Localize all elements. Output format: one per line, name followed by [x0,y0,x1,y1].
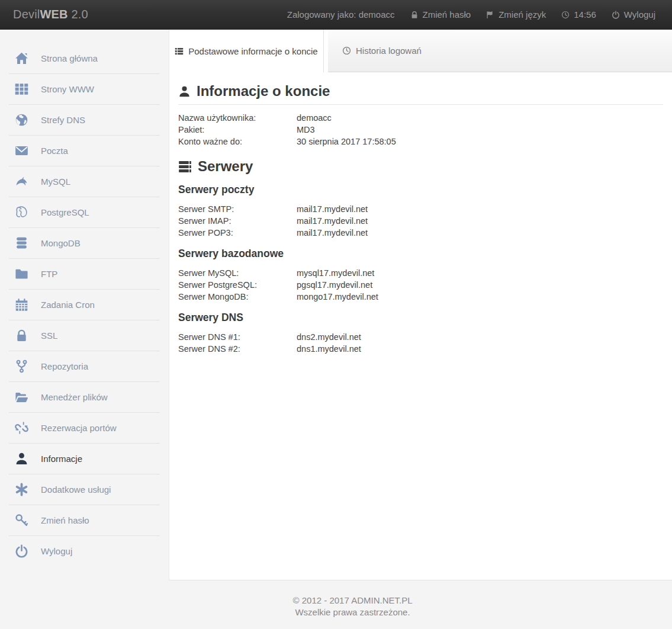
info-value: dns1.mydevil.net [297,344,361,354]
sidebar-item-ssl[interactable]: SSL [9,320,160,351]
sidebar-item-informacje[interactable]: Informacje [9,443,160,474]
tab-bar-filler: Historia logowań [328,30,672,72]
logout-button[interactable]: Wyloguj [612,9,655,20]
info-label: Serwer MongoDB: [178,291,297,303]
servers-section-title: Serwery [178,158,663,175]
info-row: Nazwa użytkownika:demoacc [178,112,663,124]
tab-spacer [324,30,328,72]
sidebar-menu: Strona głównaStrony WWWStrefy DNSPocztaM… [0,43,169,566]
sidebar-item-label: Rezerwacja portów [41,423,117,433]
main-content: Informacje o koncie Nazwa użytkownika:de… [169,83,672,355]
server-group-title: Serwery DNS [178,312,663,324]
server-icon [178,160,192,174]
server-groups: Serwery pocztySerwer SMTP:mail17.mydevil… [178,184,663,355]
info-row: Konto ważne do:30 sierpnia 2017 17:58:05 [178,136,663,147]
sidebar-item-postgresql[interactable]: PostgreSQL [9,197,160,227]
logout-label: Wyloguj [624,9,655,20]
sidebar-item-label: Zadania Cron [41,300,95,310]
sidebar-item-label: Wyloguj [41,546,72,556]
time-value: 14:56 [574,9,596,20]
change-password-label: Zmień hasło [423,9,471,20]
info-label: Serwer IMAP: [178,215,297,227]
info-value: dns2.mydevil.net [297,332,361,342]
change-language-button[interactable]: Zmień język [486,9,546,20]
info-row: Serwer MySQL:mysql17.mydevil.net [178,267,663,279]
tab-label: Podstawowe informacje o koncie [188,46,317,56]
envelope-icon [15,144,28,158]
flag-icon [486,11,494,19]
sidebar-item-repozytoria[interactable]: Repozytoria [9,351,160,381]
info-label: Nazwa użytkownika: [178,112,297,124]
sidebar-item-label: Strony WWW [41,84,94,94]
sidebar-item-ftp[interactable]: FTP [9,258,160,289]
sidebar-item-menedzer-plikow[interactable]: Menedżer plików [9,381,160,412]
info-label: Konto ważne do: [178,136,297,147]
asterisk-icon [15,483,28,496]
info-label: Serwer POP3: [178,227,297,239]
info-row: Serwer POP3:mail17.mydevil.net [178,227,663,239]
sidebar-item-wyloguj[interactable]: Wyloguj [9,535,160,566]
topbar: DevilWEB 2.0 Zalogowany jako: demoacc Zm… [0,0,672,30]
info-row: Serwer MongoDB:mongo17.mydevil.net [178,291,663,303]
user-icon [15,452,28,466]
logged-in-as: Zalogowany jako: demoacc [287,9,395,20]
sidebar-item-label: Poczta [41,146,68,156]
sidebar-item-rezerwacja-portow[interactable]: Rezerwacja portów [9,412,160,443]
sidebar: Strona głównaStrony WWWStrefy DNSPocztaM… [0,30,169,566]
sidebar-item-label: Informacje [41,454,82,464]
user-icon [178,85,191,98]
main-panel: Podstawowe informacje o koncieHistoria l… [169,30,672,580]
clock-display: 14:56 [561,9,596,20]
sidebar-item-label: Repozytoria [41,361,88,371]
footer-copyright: © 2012 - 2017 ADMIN.NET.PL [33,595,672,606]
lock-icon [15,329,28,342]
list-icon [175,47,184,56]
server-group-rows: Serwer SMTP:mail17.mydevil.netSerwer IMA… [178,203,663,239]
info-label: Serwer DNS #1: [178,331,297,343]
server-group-rows: Serwer DNS #1:dns2.mydevil.netSerwer DNS… [178,331,663,355]
tab-label: Historia logowań [356,46,422,56]
power-icon [612,11,620,19]
tab-podstawowe-informacje[interactable]: Podstawowe informacje o koncie [169,30,324,72]
footer: © 2012 - 2017 ADMIN.NET.PL Wszelkie praw… [0,580,672,618]
tab-bar: Podstawowe informacje o koncieHistoria l… [169,30,672,72]
sidebar-item-label: Dodatkowe usługi [41,484,111,495]
sidebar-item-dodatkowe-uslugi[interactable]: Dodatkowe usługi [9,474,160,505]
info-label: Serwer DNS #2: [178,343,297,355]
info-value: demoacc [297,113,332,123]
server-group-rows: Serwer MySQL:mysql17.mydevil.netSerwer P… [178,267,663,303]
info-value: mysql17.mydevil.net [297,268,374,278]
sidebar-item-label: FTP [41,269,57,279]
code-fork-icon [15,360,28,373]
change-password-button[interactable]: Zmień hasło [410,9,471,20]
mongodb-icon [15,236,28,250]
info-value: mail17.mydevil.net [297,216,368,226]
logo-prefix: Devil [13,8,40,21]
sidebar-item-label: Strona główna [41,53,98,63]
sidebar-item-label: Strefy DNS [41,115,85,125]
sidebar-item-poczta[interactable]: Poczta [9,135,160,166]
tab-historia-logowan[interactable]: Historia logowań [328,30,436,72]
info-label: Serwer SMTP: [178,203,297,215]
chain-broken-icon [15,421,28,435]
server-group-title: Serwery bazodanowe [178,248,663,260]
home-icon [15,52,28,65]
sidebar-item-strony-www[interactable]: Strony WWW [9,73,160,104]
sidebar-item-strefy-dns[interactable]: Strefy DNS [9,104,160,135]
info-value: mail17.mydevil.net [297,204,368,214]
info-row: Serwer SMTP:mail17.mydevil.net [178,203,663,215]
sidebar-item-mysql[interactable]: MySQL [9,166,160,197]
info-value: pgsql17.mydevil.net [297,280,372,290]
logo-suffix: 2.0 [68,8,88,21]
info-value: 30 sierpnia 2017 17:58:05 [297,137,396,146]
info-row: Pakiet:MD3 [178,124,663,136]
sidebar-item-zmien-haslo[interactable]: Zmień hasło [9,505,160,535]
topbar-right: Zalogowany jako: demoacc Zmień hasło Zmi… [287,9,672,20]
info-row: Serwer IMAP:mail17.mydevil.net [178,215,663,227]
account-section-title: Informacje o koncie [178,83,663,105]
sidebar-item-strona-glowna[interactable]: Strona główna [9,43,160,73]
info-row: Serwer PostgreSQL:pgsql17.mydevil.net [178,279,663,291]
sidebar-item-mongodb[interactable]: MongoDB [9,227,160,258]
info-label: Pakiet: [178,124,297,136]
sidebar-item-zadania-cron[interactable]: Zadania Cron [9,289,160,320]
